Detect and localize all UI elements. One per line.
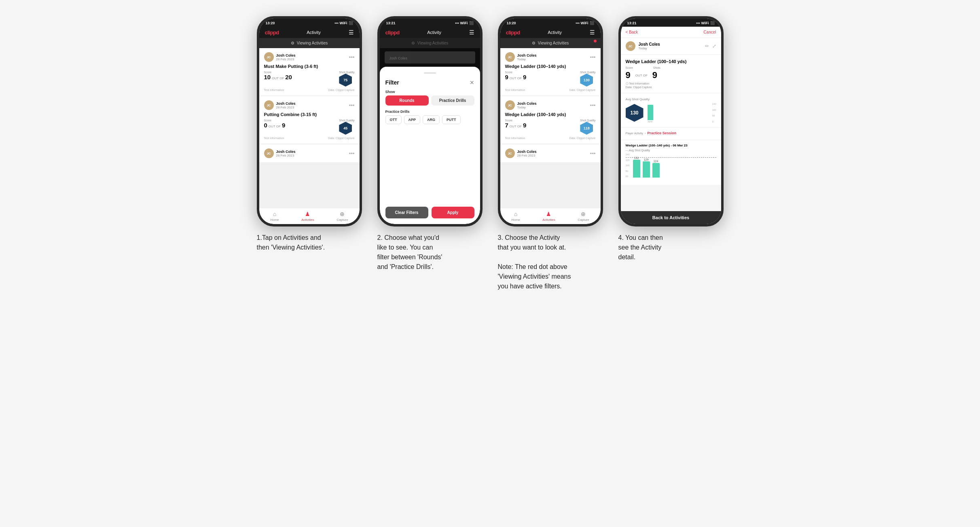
out-of-detail: OUT OF — [635, 74, 648, 77]
cancel-button[interactable]: Cancel — [703, 30, 716, 34]
activity-card-1-1[interactable]: JC Josh Coles 28 Feb 2023 ••• Must Make … — [259, 48, 360, 95]
sq-val-detail: 130 — [630, 110, 638, 116]
filter-close-row: Filter ✕ — [385, 79, 474, 86]
more-icon-3-1[interactable]: ••• — [590, 54, 596, 60]
nav-home-3[interactable]: ⌂ Home — [511, 211, 520, 222]
activity-card-3-3[interactable]: JC Josh Coles 28 Feb 2023 ••• — [500, 144, 601, 162]
status-time-1: 13:20 — [266, 21, 275, 25]
score-val-1-2: 0 — [264, 122, 267, 129]
more-icon-1-1[interactable]: ••• — [349, 54, 355, 60]
footer-left-3-1: Test Information — [505, 89, 525, 91]
partial-card-label: Josh Coles — [389, 56, 408, 60]
back-to-activities-button[interactable]: Back to Activities — [621, 211, 721, 224]
shots-label-detail: Shots — [653, 66, 660, 69]
sq-hex-1-2: 45 — [339, 122, 352, 135]
status-icons-3: ▪▪▪ WiFi ⬛ — [576, 21, 594, 25]
capture-icon-3: ⊕ — [581, 211, 586, 217]
capture-icon-1: ⊕ — [340, 211, 345, 217]
more-icon-3-2[interactable]: ••• — [590, 102, 596, 108]
data-capture-detail: Data: Clippd Capture — [626, 86, 716, 89]
nav-activities-1[interactable]: ♟ Activities — [301, 211, 314, 222]
user-date-1-2: 28 Feb 2023 — [276, 106, 296, 109]
phone-col-1: 13:20 ▪▪▪ WiFi ⬛ clippd Activity ☰ ⚙ V — [255, 16, 364, 252]
user-name-1-2: Josh Coles — [276, 102, 296, 106]
score-label-3-1: Score — [505, 71, 527, 74]
activity-title-detail: Wedge Ladder (100–140 yds) — [626, 59, 716, 64]
footer-right-1-2: Data: Clippd Capture — [328, 137, 354, 140]
wifi-icon: WiFi — [340, 21, 347, 25]
nav-home-1[interactable]: ⌂ Home — [270, 211, 279, 222]
score-val-detail: 9 — [626, 70, 631, 80]
caption-1: 1.Tap on Activities and then 'Viewing Ac… — [257, 233, 362, 252]
filter-icon-3: ⚙ — [532, 41, 536, 45]
back-button[interactable]: < Back — [626, 30, 638, 34]
shots-val-detail: 9 — [652, 70, 657, 80]
nav-activities-label-3: Activities — [542, 218, 555, 222]
wifi-icon-4: WiFi — [701, 21, 709, 25]
avatar-1-3: JC — [264, 148, 274, 158]
clear-filters-button[interactable]: Clear Filters — [385, 207, 428, 218]
bar-3: 124 — [652, 160, 660, 178]
avatar-3-1: JC — [505, 52, 515, 62]
dimmed-overlay: Josh Coles Filter ✕ Show Roun — [380, 48, 480, 224]
nav-capture-3[interactable]: ⊕ Capture — [578, 211, 589, 222]
edit-icon[interactable]: ✏ — [705, 43, 709, 49]
avatar-3-2: JC — [505, 100, 515, 110]
drill-ott[interactable]: OTT — [385, 115, 402, 124]
nav-title-3: Activity — [548, 30, 562, 35]
activity-card-3-2[interactable]: JC Josh Coles Today ••• Wedge Ladder (10… — [500, 96, 601, 144]
activity-card-1-2[interactable]: JC Josh Coles 28 Feb 2023 ••• Putting Co… — [259, 96, 360, 144]
avatar-1-1: JC — [264, 52, 274, 62]
red-dot-3 — [594, 40, 597, 42]
shots-val-1-2: 9 — [282, 122, 285, 129]
drills-toggle[interactable]: Practice Drills — [431, 95, 474, 106]
viewing-label-1: Viewing Activities — [297, 41, 328, 45]
drill-arg[interactable]: ARG — [423, 115, 440, 124]
battery-icon: ⬛ — [349, 21, 353, 25]
nav-activities-3[interactable]: ♟ Activities — [542, 211, 555, 222]
footer-left-1-2: Test Information — [264, 137, 284, 140]
sq-val-3-2: 118 — [584, 126, 590, 130]
footer-left-1-1: Test Information — [264, 89, 284, 91]
menu-icon-1[interactable]: ☰ — [349, 29, 354, 36]
filter-sheet: Filter ✕ Show Rounds Practice Drills Pra… — [380, 67, 480, 224]
more-icon-3-3[interactable]: ••• — [590, 150, 596, 157]
menu-icon-2[interactable]: ☰ — [469, 29, 474, 36]
activity-card-1-3[interactable]: JC Josh Coles 28 Feb 2023 ••• — [259, 144, 360, 162]
drill-row: OTT APP ARG PUTT — [385, 115, 474, 124]
logo-1: clippd — [265, 30, 279, 36]
nav-home-label-1: Home — [270, 218, 279, 222]
user-name-1-3: Josh Coles — [276, 150, 296, 154]
drill-putt[interactable]: PUTT — [442, 115, 461, 124]
more-icon-1-3[interactable]: ••• — [349, 150, 355, 157]
filter-actions: Clear Filters Apply — [385, 203, 474, 218]
viewing-banner-3[interactable]: ⚙ Viewing Activities — [500, 38, 601, 48]
apply-button[interactable]: Apply — [432, 207, 474, 218]
rounds-toggle[interactable]: Rounds — [385, 95, 429, 106]
score-val-1-1: 10 — [264, 74, 271, 80]
sq-label-1-1: Shot Quality — [339, 71, 354, 74]
filter-close-icon[interactable]: ✕ — [470, 79, 474, 86]
out-of-3-2: OUT OF — [510, 125, 522, 128]
phone-2: 13:21 ▪▪▪ WiFi ⬛ clippd Activity ☰ ⚙ V — [377, 16, 483, 226]
nav-capture-1[interactable]: ⊕ Capture — [337, 211, 348, 222]
more-icon-1-2[interactable]: ••• — [349, 102, 355, 108]
filter-title: Filter — [385, 79, 399, 86]
drill-app[interactable]: APP — [404, 115, 421, 124]
sq-hex-3-2: 118 — [580, 122, 593, 135]
nav-bar-2: clippd Activity ☰ — [380, 27, 480, 38]
nav-title-2: Activity — [427, 30, 441, 35]
user-date-3-3: 28 Feb 2023 — [517, 154, 537, 157]
signal-icon-4: ▪▪▪ — [696, 21, 700, 25]
user-name-3-3: Josh Coles — [517, 150, 537, 154]
phone-content-1: JC Josh Coles 28 Feb 2023 ••• Must Make … — [259, 48, 360, 208]
battery-icon-2: ⬛ — [469, 21, 474, 25]
activity-card-3-1[interactable]: JC Josh Coles Today ••• Wedge Ladder (10… — [500, 48, 601, 95]
toggle-row: Rounds Practice Drills — [385, 95, 474, 106]
user-date-1-3: 28 Feb 2023 — [276, 154, 296, 157]
expand-icon[interactable]: ⤢ — [712, 43, 716, 49]
mini-bar-chart: APP 140 100 50 0 — [648, 103, 716, 123]
menu-icon-3[interactable]: ☰ — [590, 29, 595, 36]
viewing-banner-1[interactable]: ⚙ Viewing Activities — [259, 38, 360, 48]
detail-header: < Back Cancel — [621, 27, 721, 38]
